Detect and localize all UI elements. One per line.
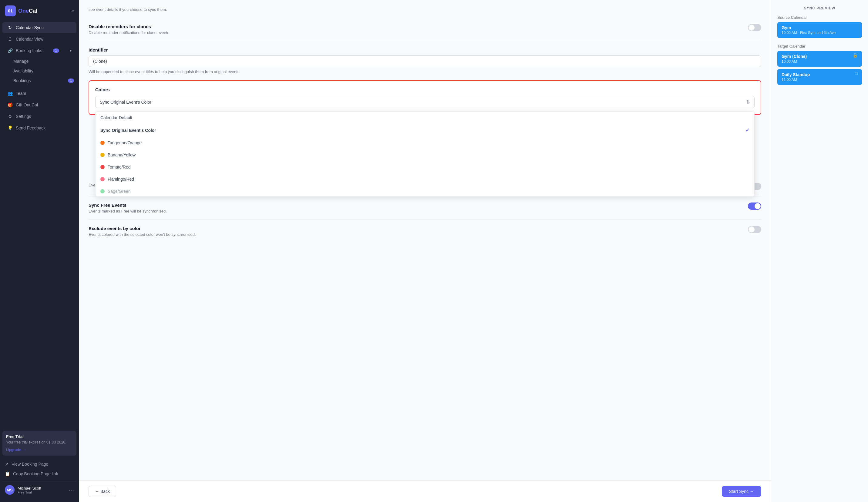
booking-links-badge: 1 — [53, 49, 59, 53]
tangerine-dot — [100, 141, 105, 145]
sidebar-bottom: Free Trial Your free trial expires on 01… — [0, 427, 79, 502]
nav-availability-label: Availability — [13, 69, 33, 73]
target-event-gym-clone-time: 10:00 AM — [782, 60, 858, 64]
dropdown-item-sage[interactable]: Sage/Green — [95, 185, 754, 197]
nav-settings[interactable]: ⚙ Settings — [2, 111, 76, 122]
settings-icon: ⚙ — [7, 114, 13, 119]
colors-label: Colors — [95, 87, 755, 92]
user-menu-button[interactable]: ⋯ — [69, 487, 74, 493]
banana-dot — [100, 153, 105, 157]
sync-preview-title: SYNC PREVIEW — [777, 6, 862, 10]
user-row: MS Michael Scott Free Trial ⋯ — [2, 481, 76, 498]
source-event-gym-title: Gym — [782, 25, 858, 30]
calendar-sync-icon: ↻ — [7, 25, 13, 30]
booking-links-icon: 🔗 — [7, 48, 13, 53]
banana-label: Banana/Yellow — [108, 153, 136, 157]
sync-free-label: Sync Free Events — [89, 202, 167, 208]
copy-booking-link[interactable]: 📋 Copy Booking Page link — [2, 469, 76, 479]
top-hint: see event details if you choose to sync … — [89, 7, 761, 12]
dropdown-scroll-area[interactable]: Calendar Default Sync Original Event's C… — [95, 112, 754, 197]
tomato-label: Tomato/Red — [108, 165, 131, 169]
nav-calendar-sync[interactable]: ↻ Calendar Sync — [2, 22, 76, 33]
target-event-gym-clone-title: Gym (Clone) 🔒 — [782, 54, 858, 59]
exclude-color-label: Exclude events by color — [89, 226, 196, 231]
exclude-color-desc: Events colored with the selected color w… — [89, 232, 196, 237]
identifier-input[interactable] — [89, 55, 761, 67]
disable-reminders-desc: Disable reminder notifications for clone… — [89, 30, 169, 35]
start-sync-button[interactable]: Start Sync → — [722, 486, 761, 497]
sync-free-toggle[interactable] — [748, 202, 761, 210]
colors-selected-value: Sync Original Event's Color — [100, 100, 151, 105]
dropdown-arrow-icon: ⇅ — [746, 99, 750, 105]
exclude-color-toggle[interactable] — [748, 226, 761, 233]
action-bar: ← Back Start Sync → — [79, 480, 771, 502]
nav-calendar-sync-label: Calendar Sync — [16, 25, 44, 30]
logo: 01 OneCal — [5, 6, 37, 17]
dropdown-item-banana[interactable]: Banana/Yellow — [95, 149, 754, 161]
sage-label: Sage/Green — [108, 189, 131, 194]
view-booking-label: View Booking Page — [11, 462, 48, 467]
flamingo-label: Flamingo/Red — [108, 177, 134, 181]
back-button[interactable]: ← Back — [89, 485, 116, 497]
nav-booking-links[interactable]: 🔗 Booking Links 1 ▾ — [2, 45, 76, 56]
identifier-label: Identifier — [89, 47, 761, 52]
nav-gift[interactable]: 🎁 Gift OneCal — [2, 100, 76, 110]
nav-bookings-label: Bookings — [13, 78, 31, 83]
free-trial-box: Free Trial Your free trial expires on 01… — [2, 431, 76, 456]
booking-links-arrow: ▾ — [70, 49, 72, 53]
source-calendar-label: Source Calendar — [777, 15, 862, 20]
source-event-gym-time: 10:00 AM · Flex Gym on 16th Ave — [782, 31, 858, 35]
nav-team-label: Team — [16, 91, 26, 96]
sidebar-header: 01 OneCal « — [0, 0, 79, 22]
dropdown-item-tangerine[interactable]: Tangerine/Orange — [95, 137, 754, 149]
copy-booking-label: Copy Booking Page link — [13, 471, 58, 476]
nav-manage-label: Manage — [13, 59, 29, 64]
target-event-standup-title: Daily Standup □ — [782, 72, 858, 77]
nav-manage[interactable]: Manage — [0, 56, 79, 66]
target-calendar-label: Target Calendar — [777, 44, 862, 49]
dropdown-item-sync-original[interactable]: Sync Original Event's Color ✓ — [95, 124, 754, 137]
nav-calendar-view-label: Calendar View — [16, 37, 43, 42]
content-wrapper: see event details if you choose to sync … — [79, 0, 771, 502]
logo-icon: 01 — [5, 6, 16, 17]
feedback-icon: 💡 — [7, 125, 13, 130]
nav-bookings[interactable]: Bookings 1 — [0, 76, 79, 85]
exclude-color-section: Exclude events by color Events colored w… — [89, 220, 761, 243]
lock-icon: 🔒 — [852, 53, 858, 57]
target-event-gym-clone: Gym (Clone) 🔒 10:00 AM — [777, 51, 862, 67]
nav-availability[interactable]: Availability — [0, 66, 79, 76]
colors-dropdown-trigger[interactable]: Sync Original Event's Color ⇅ — [95, 96, 755, 108]
logo-highlight: One — [18, 8, 29, 14]
upgrade-button[interactable]: Upgrade → — [6, 448, 26, 452]
identifier-section: Identifier Will be appended to clone eve… — [89, 41, 761, 80]
tangerine-label: Tangerine/Orange — [108, 140, 142, 145]
nav-feedback[interactable]: 💡 Send Feedback — [2, 123, 76, 133]
dropdown-item-calendar-default[interactable]: Calendar Default — [95, 112, 754, 124]
nav-team[interactable]: 👥 Team — [2, 88, 76, 99]
sync-original-label: Sync Original Event's Color — [100, 128, 156, 133]
sidebar: 01 OneCal « ↻ Calendar Sync 🗓 Calendar V… — [0, 0, 79, 502]
team-icon: 👥 — [7, 91, 13, 96]
right-panel: SYNC PREVIEW Source Calendar Gym 10:00 A… — [771, 0, 868, 502]
colors-dropdown-menu: Calendar Default Sync Original Event's C… — [95, 111, 755, 197]
sync-free-text: Sync Free Events Events marked as Free w… — [89, 202, 167, 213]
tomato-dot — [100, 165, 105, 169]
nav-calendar-view[interactable]: 🗓 Calendar View — [2, 34, 76, 44]
target-event-standup-time: 11:00 AM — [782, 77, 858, 82]
gift-icon: 🎁 — [7, 103, 13, 107]
dropdown-item-tomato[interactable]: Tomato/Red — [95, 161, 754, 173]
view-booking-page[interactable]: ↗ View Booking Page — [2, 459, 76, 469]
dropdown-item-flamingo[interactable]: Flamingo/Red — [95, 173, 754, 185]
view-booking-icon: ↗ — [5, 462, 9, 467]
collapse-button[interactable]: « — [71, 8, 74, 14]
disable-reminders-toggle[interactable] — [748, 24, 761, 31]
sync-free-desc: Events marked as Free will be synchronis… — [89, 209, 167, 213]
colors-section: Colors Sync Original Event's Color ⇅ Cal… — [89, 80, 761, 115]
disable-reminders-text: Disable reminders for clones Disable rem… — [89, 24, 169, 35]
nav-booking-links-label: Booking Links — [16, 48, 42, 53]
user-info: Michael Scott Free Trial — [18, 486, 65, 494]
check-icon: ✓ — [745, 127, 750, 133]
free-trial-label: Free Trial — [6, 435, 73, 439]
flamingo-dot — [100, 177, 105, 181]
sync-free-section: Sync Free Events Events marked as Free w… — [89, 197, 761, 220]
